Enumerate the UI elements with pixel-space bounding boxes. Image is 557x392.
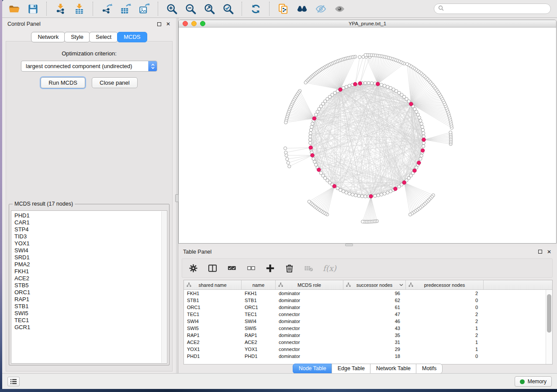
network-node[interactable] [389,86,392,89]
leaf-node[interactable] [449,131,452,134]
network-node[interactable] [357,194,360,197]
mcds-hub-node[interactable] [402,181,406,185]
close-panel-button[interactable]: Close panel [92,77,138,88]
delete-table-icon[interactable] [304,263,314,273]
close-panel-icon[interactable]: ✕ [166,21,170,27]
network-node[interactable] [351,193,354,196]
import-network-icon[interactable] [53,1,68,16]
network-node[interactable] [422,144,425,148]
delete-row-icon[interactable] [284,263,294,273]
mcds-result-item[interactable]: ORC1 [14,289,167,296]
zoom-fit-icon[interactable] [202,1,217,16]
mcds-result-item[interactable]: STB5 [14,282,167,289]
memory-button[interactable]: Memory [515,376,552,387]
mcds-result-item[interactable]: TEC1 [14,317,167,324]
zoom-out-icon[interactable] [183,1,198,16]
leaf-node[interactable] [408,213,412,216]
leaf-node[interactable] [286,158,289,161]
network-overview-icon[interactable] [294,1,309,16]
table-row[interactable]: YOX1YOX1connector291 [184,346,552,353]
network-node[interactable] [386,191,389,194]
function-builder-icon[interactable]: f(x) [323,264,336,273]
duplicate-network-icon[interactable] [276,1,291,16]
mcds-result-item[interactable]: SWI5 [14,310,167,317]
mcds-result-item[interactable]: PHD1 [14,212,167,219]
show-all-icon[interactable] [332,1,347,16]
gear-icon[interactable] [188,263,198,273]
mcds-result-item[interactable]: SRD1 [14,254,167,261]
network-window-titlebar[interactable]: YPA_prune.txt_1 [179,20,556,28]
float-table-panel-icon[interactable] [538,250,542,254]
leaf-node[interactable] [284,151,287,154]
table-row[interactable]: SWI5SWI5connector431 [184,325,552,332]
table-row[interactable]: RAP1RAP1dominator352 [184,332,552,339]
deselect-all-icon[interactable] [246,263,256,273]
list-scrollbar[interactable] [161,211,166,363]
mcds-hub-node[interactable] [353,83,357,86]
network-node[interactable] [386,85,389,88]
network-node[interactable] [309,132,312,135]
network-node[interactable] [420,154,423,157]
mcds-hub-node[interactable] [358,82,362,86]
network-node[interactable] [339,188,342,191]
mcds-result-item[interactable]: YOX1 [14,240,167,247]
network-node[interactable] [345,191,348,194]
network-node[interactable] [380,83,383,86]
close-window-icon[interactable] [183,21,188,26]
network-node[interactable] [311,122,314,125]
column-header-predecessor-nodes[interactable]: predecessor nodes [406,280,484,289]
network-node[interactable] [377,194,380,197]
open-file-icon[interactable] [7,1,21,16]
task-history-button[interactable] [7,377,20,386]
network-node[interactable] [380,193,383,196]
network-node[interactable] [418,116,421,119]
refresh-layout-icon[interactable] [248,1,263,16]
run-mcds-button[interactable]: Run MCDS [41,77,85,88]
close-table-panel-icon[interactable]: ✕ [547,249,551,254]
leaf-node[interactable] [405,62,408,65]
tab-select[interactable]: Select [89,32,118,42]
network-node[interactable] [389,190,392,193]
network-node[interactable] [392,88,395,91]
leaf-node[interactable] [361,220,364,223]
leaf-node[interactable] [284,147,287,150]
export-network-icon[interactable] [99,1,114,16]
select-all-icon[interactable] [227,263,237,273]
mcds-result-item[interactable]: TID3 [14,233,167,240]
table-row[interactable]: STB1STB1dominator620 [184,297,552,304]
mcds-result-item[interactable]: FKH1 [14,268,167,275]
mcds-hub-node[interactable] [339,88,343,92]
tab-edge-table[interactable]: Edge Table [332,364,371,374]
network-node[interactable] [421,125,424,128]
leaf-node[interactable] [288,165,291,168]
add-column-icon[interactable] [265,263,275,273]
mcds-hub-node[interactable] [413,169,417,173]
mcds-hub-node[interactable] [332,184,336,188]
network-node[interactable] [312,157,315,160]
leaf-node[interactable] [287,161,290,164]
network-node[interactable] [383,84,386,87]
minimize-window-icon[interactable] [191,21,197,26]
export-table-icon[interactable] [118,1,133,16]
mcds-hub-node[interactable] [369,194,373,198]
zoom-in-icon[interactable] [164,1,179,16]
network-node[interactable] [348,84,351,87]
hide-selected-icon[interactable] [313,1,328,16]
tab-style[interactable]: Style [64,32,90,42]
network-node[interactable] [370,82,373,85]
column-header-name[interactable]: name [242,280,276,289]
export-image-icon[interactable] [137,1,152,16]
mcds-hub-node[interactable] [311,154,315,158]
leaf-node[interactable] [304,81,307,84]
mcds-result-item[interactable]: RAP1 [14,296,167,303]
network-node[interactable] [383,192,386,195]
mcds-hub-node[interactable] [417,161,421,165]
network-node[interactable] [309,135,312,138]
network-node[interactable] [419,119,422,122]
column-header-successor-nodes[interactable]: successor nodes [343,280,406,289]
mcds-hub-node[interactable] [422,138,426,142]
mcds-hub-node[interactable] [317,168,321,172]
import-table-icon[interactable] [72,1,86,16]
network-node[interactable] [342,190,345,193]
tab-mcds[interactable]: MCDS [117,32,147,42]
